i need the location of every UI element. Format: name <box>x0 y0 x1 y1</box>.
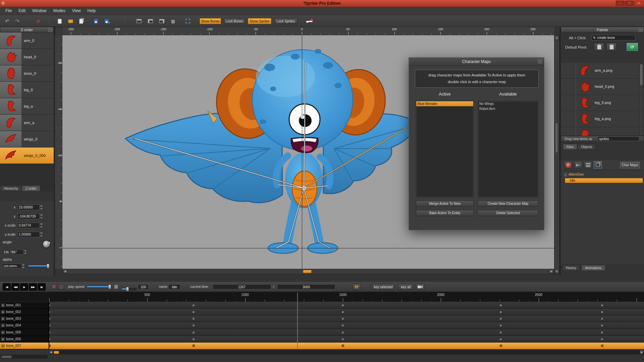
keyframe[interactable] <box>193 324 195 326</box>
key-all-button[interactable]: key all <box>398 284 413 290</box>
lock-sprites-toggle[interactable]: Lock Sprites <box>274 18 298 24</box>
keyframe[interactable] <box>500 311 502 313</box>
transport-button-2[interactable]: ▶ <box>20 283 28 291</box>
timeline-tracks[interactable] <box>49 302 644 349</box>
expand-icon[interactable]: ⊞ <box>1 317 5 320</box>
keyframe[interactable] <box>342 311 344 313</box>
keyframe[interactable] <box>500 345 502 347</box>
total-time-field[interactable]: 3000 <box>277 284 335 290</box>
names-scroll-thumb[interactable] <box>2 356 12 358</box>
create-bone-box[interactable]: ✎ create bone <box>592 35 635 41</box>
delete-animation-button[interactable]: − <box>564 161 572 169</box>
zorder-close-icon[interactable]: × <box>48 28 52 32</box>
zorder-item-arm_a[interactable]: arm_a <box>0 115 54 131</box>
loop-toggle-button[interactable]: ⟳ <box>352 284 361 290</box>
keyframe[interactable] <box>342 331 344 334</box>
keyframe[interactable] <box>500 318 502 320</box>
minimize-button[interactable]: − <box>616 1 625 6</box>
track-bone_004[interactable] <box>49 322 644 329</box>
timeline-scroll-left-icon[interactable]: ◀ <box>49 350 53 354</box>
keyframe[interactable] <box>49 338 50 340</box>
track-name-bone_006[interactable]: ⊞bone_006 <box>0 336 49 343</box>
timeline-ruler[interactable]: 5001000150020002500 <box>0 292 644 302</box>
redo-icon[interactable]: ↷ <box>13 17 21 25</box>
keyframe[interactable] <box>601 311 603 313</box>
layout-panel-icon-3[interactable] <box>158 17 166 25</box>
alpha-field[interactable]: 100.000% <box>2 263 21 268</box>
character-maps-dialog-titlebar[interactable]: Character Maps × <box>409 58 544 66</box>
palette-close-icon[interactable]: × <box>639 28 643 32</box>
pivot-refresh-button[interactable]: ⟳ <box>627 43 638 51</box>
timeline-scroll-thumb[interactable] <box>54 351 59 354</box>
keyframe[interactable] <box>193 338 195 340</box>
keyframe[interactable] <box>342 304 344 306</box>
canvas-hscroll-thumb[interactable] <box>303 270 312 273</box>
angle-field[interactable]: 336.786° <box>2 249 23 255</box>
character-sprite[interactable] <box>113 38 431 266</box>
expand-icon[interactable]: ⊞ <box>1 337 5 341</box>
scroll-up-icon[interactable]: ▲ <box>554 36 559 40</box>
alpha-slider[interactable] <box>28 265 49 267</box>
play-speed-handle[interactable] <box>108 285 111 289</box>
snap-grid-icon[interactable]: ▦ <box>114 284 118 289</box>
keyframe[interactable] <box>500 324 502 326</box>
alpha-slider-handle[interactable] <box>47 264 49 268</box>
zorder-item-wings_0[interactable]: wings_0 <box>0 131 54 147</box>
open-folder-icon[interactable] <box>66 17 74 25</box>
more-options-button[interactable]: … <box>58 284 64 290</box>
names-hscrollbar[interactable] <box>1 355 48 359</box>
x-scale-field[interactable]: 0.56774 <box>17 223 40 228</box>
undo-icon[interactable]: ↶ <box>3 17 11 25</box>
expand-icon[interactable]: ⊞ <box>1 310 5 314</box>
keyframe[interactable] <box>601 338 603 340</box>
expand-icon[interactable]: ⊞ <box>1 344 5 348</box>
y-spinner[interactable]: ▲▼ <box>40 214 43 219</box>
new-file-icon[interactable] <box>56 17 64 25</box>
timeline-scroll-right-icon[interactable]: ▶ <box>640 350 644 354</box>
track-bone_001[interactable] <box>49 302 644 309</box>
close-button[interactable]: × <box>635 1 643 6</box>
track-name-bone_007[interactable]: ⊞bone_007 <box>0 343 49 349</box>
track-name-bone_004[interactable]: ⊞bone_004 <box>0 322 49 329</box>
y-field[interactable]: -104.80739 <box>17 214 40 219</box>
keyframe[interactable] <box>193 318 195 320</box>
keyframe[interactable] <box>49 324 50 326</box>
animation-name[interactable]: Idle <box>570 179 575 182</box>
dialog-button-merge-active-to-new[interactable]: Merge Active To New <box>416 200 474 207</box>
keyframe[interactable] <box>601 304 603 306</box>
dialog-button-delete-selected[interactable]: Delete Selected <box>478 210 538 216</box>
file-item-arm_a.png[interactable]: arm_a.png <box>561 63 644 79</box>
file-item-head_0.png[interactable]: head_0.png <box>561 79 644 95</box>
y-scale-spinner[interactable]: ▲▼ <box>40 232 43 237</box>
tree-node-entity[interactable]: ⊟ AlienOne <box>564 172 584 176</box>
timeline-hscrollbar[interactable]: ◀ ▶ <box>49 350 644 355</box>
zoom-slider-handle[interactable] <box>126 287 129 291</box>
track-name-bone_002[interactable]: ⊞bone_002 <box>0 309 49 315</box>
x-scale-spinner[interactable]: ▲▼ <box>40 223 43 228</box>
current-time-field[interactable]: 1267 <box>213 284 271 290</box>
duplicate-animation-button[interactable] <box>594 161 602 169</box>
cancel-icon[interactable]: ⊘ <box>34 17 42 25</box>
track-bone_006[interactable] <box>49 336 644 343</box>
track-name-bone_005[interactable]: ⊞bone_005 <box>0 329 49 336</box>
keyframe[interactable] <box>342 345 344 347</box>
active-map-blue-monster[interactable]: Blue Monster <box>416 101 473 106</box>
keyframe[interactable] <box>49 311 50 313</box>
track-bone_005[interactable] <box>49 329 644 336</box>
key-selected-button[interactable]: key selected <box>372 284 394 290</box>
dialog-button-create-new-character-map[interactable]: Create New Character Map <box>478 200 538 207</box>
tab-animations[interactable]: Animations <box>581 265 605 271</box>
keyframe[interactable] <box>601 331 603 334</box>
menu-edit[interactable]: Edit <box>15 7 29 14</box>
pivot-copy-button[interactable] <box>606 43 616 51</box>
transport-button-3[interactable]: ▶▶ <box>29 283 37 291</box>
tab-z-order[interactable]: Z-order <box>22 185 40 191</box>
track-bone_003[interactable] <box>49 315 644 322</box>
animation-name-field[interactable]: Idle <box>168 284 180 290</box>
show-bones-toggle[interactable]: Show Bones <box>200 18 221 24</box>
char-maps-button[interactable]: Char Maps <box>620 162 640 168</box>
layout-panel-icon-1[interactable] <box>135 17 143 25</box>
tree-node-animation-idle[interactable]: Idle <box>565 178 643 183</box>
menu-help[interactable]: Help <box>84 7 99 14</box>
tab-files[interactable]: Files <box>563 144 577 150</box>
